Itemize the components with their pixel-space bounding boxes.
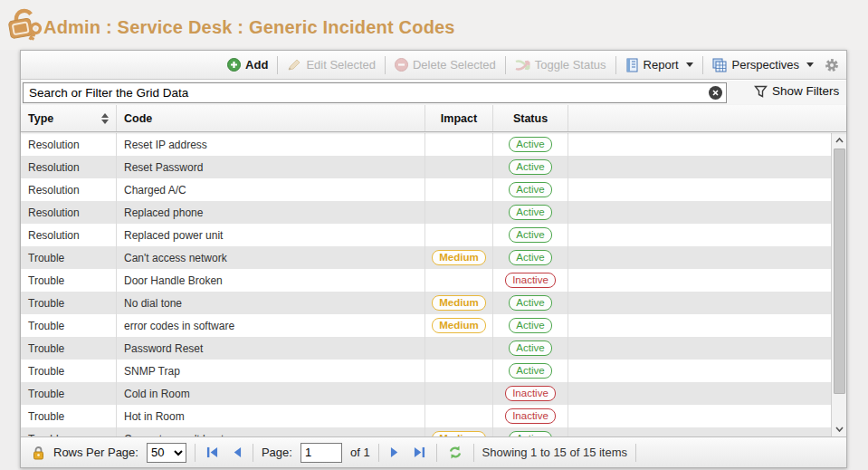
table-body: Resolution Reset IP address Active Resol… (21, 133, 832, 436)
vertical-scrollbar[interactable] (831, 133, 846, 436)
cell-impact: Medium (425, 246, 493, 269)
cell-code: Reset Password (117, 156, 425, 178)
status-badge: Active (509, 341, 551, 356)
cell-type: Trouble (21, 360, 117, 382)
table-row[interactable]: Trouble Hot in Room Inactive (21, 405, 832, 427)
first-page-button[interactable] (204, 446, 221, 458)
footer-separator (195, 444, 196, 462)
add-button[interactable]: Add (227, 58, 268, 72)
refresh-icon (448, 446, 463, 459)
table-row[interactable]: Trouble Cold in Room Inactive (21, 382, 832, 405)
report-label: Report (644, 58, 679, 72)
cell-type: Trouble (21, 427, 117, 436)
cell-filler (568, 427, 832, 436)
cell-status: Active (493, 427, 568, 436)
search-input[interactable] (23, 82, 727, 103)
cell-filler (568, 382, 832, 405)
cell-code: Reset IP address (117, 133, 425, 156)
toggle-status-label: Toggle Status (535, 58, 606, 72)
cell-code: Replaced power unit (117, 224, 425, 246)
add-plus-icon (227, 58, 241, 72)
cell-type: Trouble (21, 292, 117, 314)
column-header-type[interactable]: Type (21, 105, 117, 131)
cell-type: Resolution (21, 224, 117, 246)
report-caret-icon (686, 62, 693, 67)
show-filters-button[interactable]: Show Filters (754, 84, 839, 98)
cell-filler (568, 292, 832, 314)
cell-filler (568, 224, 832, 246)
toggle-status-button[interactable]: Toggle Status (515, 58, 606, 72)
cell-type: Resolution (21, 156, 117, 178)
cell-status: Active (493, 292, 568, 314)
grid-header-row: Type Code Impact Status (21, 105, 846, 132)
cell-filler (568, 360, 832, 382)
status-badge: Inactive (505, 273, 556, 288)
scroll-down-icon[interactable] (833, 422, 846, 436)
toolbar-separator (702, 56, 703, 74)
table-row[interactable]: Trouble Can't access network Medium Acti… (21, 246, 832, 269)
table-row[interactable]: Trouble No dial tone Medium Active (21, 292, 832, 314)
table-row[interactable]: Trouble Computer won't boot up Medium Ac… (21, 427, 832, 436)
cell-status: Active (493, 337, 568, 360)
perspectives-button[interactable]: Perspectives (712, 58, 814, 72)
footer-separator (473, 444, 474, 462)
status-badge: Active (509, 295, 551, 311)
cell-impact (425, 405, 493, 427)
column-header-code[interactable]: Code (117, 105, 425, 131)
table-row[interactable]: Trouble SNMP Trap Active (21, 360, 832, 382)
table-row[interactable]: Trouble Door Handle Broken Inactive (21, 269, 832, 292)
report-book-icon (625, 58, 639, 72)
perspectives-layers-icon (712, 58, 728, 72)
cell-impact: Medium (425, 314, 493, 337)
next-page-button[interactable] (387, 446, 403, 458)
page-title: Admin : Service Desk : Generic Incident … (43, 17, 455, 38)
status-badge: Active (509, 318, 551, 333)
gear-icon[interactable] (825, 58, 839, 72)
scrollbar-thumb[interactable] (834, 149, 845, 394)
scroll-up-icon[interactable] (833, 133, 846, 148)
column-header-status[interactable]: Status (493, 105, 568, 131)
impact-badge: Medium (432, 295, 485, 311)
table-row[interactable]: Resolution Replaced phone Active (21, 201, 832, 224)
refresh-button[interactable] (445, 446, 465, 459)
cell-filler (568, 201, 832, 224)
cell-filler (568, 405, 832, 427)
cell-filler (568, 269, 832, 292)
lock-key-icon (6, 5, 44, 44)
cell-impact (425, 201, 493, 224)
edit-selected-button[interactable]: Edit Selected (287, 58, 376, 72)
table-row[interactable]: Trouble error codes in software Medium A… (21, 314, 832, 337)
cell-code: Door Handle Broken (117, 269, 425, 292)
status-badge: Active (509, 159, 551, 175)
cell-type: Trouble (21, 382, 117, 405)
cell-status: Inactive (493, 382, 568, 405)
column-header-impact[interactable]: Impact (425, 105, 493, 131)
cell-filler (568, 246, 832, 269)
page-number-input[interactable] (300, 443, 342, 463)
column-header-type-label: Type (28, 112, 53, 125)
search-wrap (23, 82, 727, 103)
toolbar-separator (385, 56, 386, 74)
prev-page-button[interactable] (229, 446, 244, 458)
cell-impact: Medium (425, 427, 493, 436)
table-row[interactable]: Resolution Replaced power unit Active (21, 224, 832, 246)
perspectives-label: Perspectives (732, 58, 799, 72)
cell-impact (425, 133, 493, 156)
table-row[interactable]: Resolution Reset Password Active (21, 156, 832, 178)
rows-per-page-select[interactable]: 50 (147, 443, 186, 463)
cell-filler (568, 337, 832, 360)
table-row[interactable]: Trouble Password Reset Active (21, 337, 832, 360)
grid-footer: Rows Per Page: 50 Page: of 1 (21, 436, 846, 467)
table-row[interactable]: Resolution Charged A/C Active (21, 178, 832, 201)
delete-selected-button[interactable]: Delete Selected (395, 58, 496, 72)
sort-icon (101, 113, 109, 124)
status-badge: Active (509, 250, 551, 265)
last-page-button[interactable] (411, 446, 428, 458)
cell-impact (425, 156, 493, 178)
toolbar-separator (277, 56, 278, 74)
clear-search-icon[interactable] (709, 86, 722, 100)
cell-status: Active (493, 360, 568, 382)
report-button[interactable]: Report (625, 58, 693, 72)
cell-impact (425, 382, 493, 405)
table-row[interactable]: Resolution Reset IP address Active (21, 133, 832, 156)
